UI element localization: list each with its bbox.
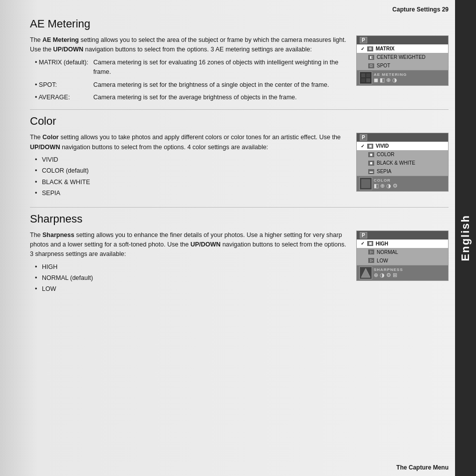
sharpness-body: The Sharpness setting allows you to enha… <box>30 231 449 296</box>
page-header: Capture Settings 29 <box>392 6 449 13</box>
color-body: The Color setting allows you to take pho… <box>30 133 449 200</box>
cam-item-matrix: ⊞ MATRIX <box>357 44 448 53</box>
cam-item-matrix-label: MATRIX <box>376 46 395 51</box>
color-title: Color <box>30 115 449 128</box>
cam-normal-icon: ▷ <box>368 249 374 254</box>
ae-label-matrix: • MATRIX (default): <box>35 58 93 80</box>
cam-label-color: COLOR <box>374 178 398 183</box>
ae-row-spot: • SPOT: Camera metering is set for the b… <box>35 80 346 93</box>
ae-metering-bold: AE Metering <box>42 36 79 43</box>
cam-spot-icon: ⊡ <box>368 63 374 68</box>
cam-top-bar-ae: P <box>357 36 448 44</box>
side-tab-label: English <box>459 215 472 261</box>
cam-nav-color-3: ◑ <box>386 183 391 189</box>
sharpness-intro: The Sharpness setting allows you to enha… <box>30 231 346 259</box>
cam-nav-color-1: ◧ <box>374 183 379 189</box>
cam-item-spot-label: SPOT <box>377 63 390 68</box>
cam-bottom-sharp: SHARPNESS ⊕ ◑ ⚙ ⊞ <box>357 265 448 280</box>
cam-nav-sharp-2: ◑ <box>380 272 385 278</box>
cam-color-icon: ◼ <box>368 152 374 157</box>
ae-row-average: • AVERAGE: Camera metering is set for th… <box>35 93 346 102</box>
section-ae-metering: AE Metering The AE Metering setting allo… <box>30 17 449 102</box>
cam-p-badge-sharp: P <box>360 232 367 238</box>
cam-top-bar-color: P <box>357 133 448 142</box>
ae-metering-camera-ui: P ⊞ MATRIX ◧ CENTER WEIGHTED ⊡ <box>356 35 449 86</box>
cam-thumb-ae <box>359 71 372 84</box>
svg-rect-1 <box>361 73 365 77</box>
cam-item-cw-label: CENTER WEIGHTED <box>377 54 426 60</box>
cam-nav-sharp-3: ⚙ <box>386 272 391 278</box>
ae-label-spot: • SPOT: <box>35 80 93 93</box>
cam-item-high-label: HIGH <box>376 241 388 246</box>
section-sharpness: Sharpness The Sharpness setting allows y… <box>30 213 449 296</box>
color-bold: Color <box>42 134 59 141</box>
cam-item-normal-label: NORMAL <box>377 249 398 255</box>
sep-1 <box>30 109 449 110</box>
ae-metering-title: AE Metering <box>30 17 449 30</box>
page-container: English Capture Settings 29 AE Metering … <box>0 0 476 476</box>
ae-desc-average: Camera metering is set for the average b… <box>93 93 346 102</box>
svg-rect-6 <box>361 179 370 188</box>
color-camera-ui: P ▣ VIVID ◼ COLOR ◼ BLACK & W <box>356 133 449 192</box>
sharpness-camera-ui: P ▣ HIGH ▷ NORMAL ▷ LOW <box>356 231 449 281</box>
color-list: VIVID COLOR (default) BLACK & WHITE SEPI… <box>35 155 346 199</box>
ae-metering-intro: The AE Metering setting allows you to se… <box>30 35 346 55</box>
cam-menu-color: ▣ VIVID ◼ COLOR ◼ BLACK & WHITE ▬ <box>357 142 448 176</box>
cam-thumb-svg-ae <box>360 72 371 83</box>
cam-menu-sharp: ▣ HIGH ▷ NORMAL ▷ LOW <box>357 239 448 265</box>
side-tab: English <box>455 0 476 476</box>
cam-nav-sharp-4: ⊞ <box>393 272 397 278</box>
color-item-vivid: VIVID <box>35 155 346 165</box>
cam-label-ae: AE METERING <box>374 72 407 77</box>
sharpness-updown-bold: UP/DOWN <box>191 241 221 248</box>
cam-thumb-color <box>359 177 372 190</box>
color-item-bw: BLACK & WHITE <box>35 178 346 187</box>
cam-item-color-label: COLOR <box>377 152 395 157</box>
cam-item-bw: ◼ BLACK & WHITE <box>357 159 448 167</box>
cam-nav-icon-4: ◑ <box>392 77 397 83</box>
ae-row-matrix: • MATRIX (default): Camera metering is s… <box>35 58 346 80</box>
sharpness-title: Sharpness <box>30 213 449 226</box>
cam-nav-icon-1: ◼ <box>374 77 378 83</box>
cam-nav-icon-3: ⊕ <box>386 77 391 83</box>
ae-desc-matrix: Camera metering is set for evaluating 16… <box>93 58 346 80</box>
color-item-sepia: SEPIA <box>35 189 346 198</box>
cam-top-bar-sharp: P <box>357 231 448 239</box>
ae-desc-spot: Camera metering is set for the brightnes… <box>93 80 346 93</box>
cam-nav-color-2: ⊕ <box>380 183 385 189</box>
cam-nav-icon-2: ◧ <box>380 77 385 83</box>
cam-nav-color-4: ⚙ <box>393 183 398 189</box>
sharpness-item-low: LOW <box>35 284 346 294</box>
cam-item-color: ◼ COLOR <box>357 150 448 159</box>
cam-cw-icon: ◧ <box>368 55 374 60</box>
cam-item-normal: ▷ NORMAL <box>357 248 448 256</box>
cam-item-sepia: ▬ SEPIA <box>357 167 448 176</box>
cam-item-spot: ⊡ SPOT <box>357 61 448 70</box>
ae-metering-body: The AE Metering setting allows you to se… <box>30 35 449 102</box>
cam-item-sepia-label: SEPIA <box>377 169 391 174</box>
cam-item-high: ▣ HIGH <box>357 239 448 248</box>
cam-p-badge-color: P <box>360 134 367 141</box>
ae-updown-bold: UP/DOWN <box>53 46 83 53</box>
cam-item-low: ▷ LOW <box>357 256 448 265</box>
sharpness-text: The Sharpness setting allows you to enha… <box>30 231 346 296</box>
cam-item-bw-label: BLACK & WHITE <box>377 160 415 166</box>
color-text: The Color setting allows you to take pho… <box>30 133 346 200</box>
cam-thumb-svg-sharp <box>360 267 371 278</box>
page-number: Capture Settings 29 <box>392 6 449 13</box>
cam-sepia-icon: ▬ <box>368 169 374 174</box>
cam-bw-icon: ◼ <box>368 161 374 166</box>
cam-p-badge-ae: P <box>360 37 367 43</box>
cam-label-sharp: SHARPNESS <box>374 267 403 272</box>
svg-rect-4 <box>366 78 370 82</box>
color-item-color: COLOR (default) <box>35 166 346 176</box>
cam-menu-ae: ⊞ MATRIX ◧ CENTER WEIGHTED ⊡ SPOT <box>357 44 448 70</box>
svg-rect-3 <box>361 78 365 82</box>
ae-metering-text: The AE Metering setting allows you to se… <box>30 35 346 102</box>
cam-bottom-ae: AE METERING ◼ ◧ ⊕ ◑ <box>357 70 448 85</box>
cam-bottom-info-sharp: SHARPNESS ⊕ ◑ ⚙ ⊞ <box>374 267 403 278</box>
cam-thumb-svg-color <box>360 178 371 189</box>
cam-nav-color: ◧ ⊕ ◑ ⚙ <box>374 183 398 189</box>
ae-label-average: • AVERAGE: <box>35 93 93 102</box>
sep-2 <box>30 207 449 208</box>
